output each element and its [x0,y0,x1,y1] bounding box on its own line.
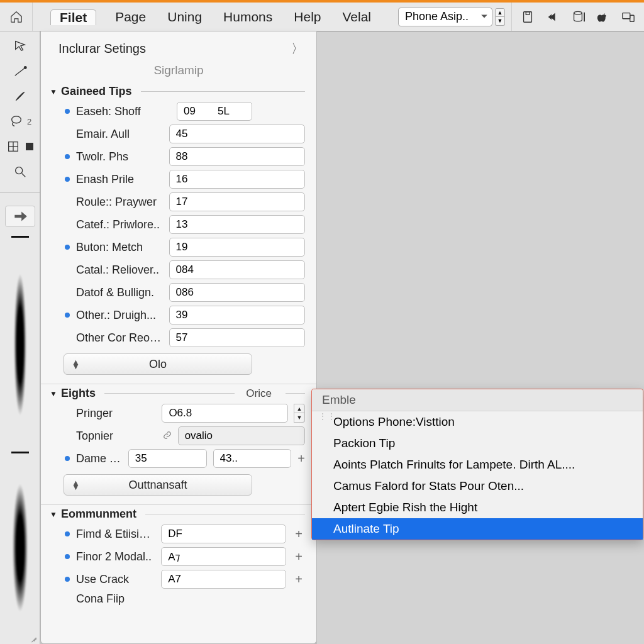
canvas-area[interactable] [317,31,644,644]
value-field[interactable] [169,170,305,189]
submenu-item[interactable]: Camus Falord for Stats Pour Oten... [312,475,643,497]
value-field[interactable] [169,306,305,325]
setting-row: Cona Fiip [50,592,305,606]
pointer-tool[interactable] [12,38,28,54]
submenu-item[interactable]: Aoints Platch Frinults for Lampete. Dirt… [312,454,643,475]
section-gained-tips: ▼ Gaineed Tips Easeh: ShoffEmair. AullTw… [41,82,316,384]
setting-row: Easeh: Shoff [50,102,305,121]
bullet-icon [65,313,70,318]
value-field[interactable] [169,215,305,234]
row-label: Roule:: Praywer [76,196,163,209]
resize-handle-icon[interactable] [30,634,37,641]
bullet-icon [65,154,70,159]
menu-help[interactable]: Help [291,9,323,25]
disclosure-triangle-icon[interactable]: ▼ [50,87,57,96]
row-label: Catal.: Reliover.. [76,264,163,277]
section-eights: ▼ Eights Orice Pringer▲▼TopnierDame Took… [41,384,316,504]
bullet-icon [65,290,70,295]
link-icon[interactable] [163,430,172,443]
device-select[interactable]: Phone Asip.. ▲ ▼ [398,3,505,31]
tool-strip: 2 [0,31,40,644]
value-field[interactable] [162,404,288,423]
row-label: Easeh: Shoff [76,105,170,118]
bullet-icon [65,335,70,340]
top-toolbar: FiletPageUningHumonsHelpVelal Phone Asip… [0,3,644,31]
zoom-tool[interactable] [12,164,28,180]
value-field[interactable] [161,525,286,543]
main-area: 2 Inclurar Setings 〉 Sigrlamip ▼ Gaineed… [0,31,644,644]
value-field[interactable] [178,426,305,445]
svg-rect-1 [526,11,530,14]
value-field[interactable] [169,328,305,347]
setting-row: Emair. Aull [50,125,305,143]
menu-uning[interactable]: Uning [165,9,204,25]
value-field[interactable] [169,238,305,257]
plus-icon[interactable]: + [292,550,305,564]
forward-icon[interactable] [546,10,560,24]
setting-row: Other Cor Reout.... [50,328,305,347]
submenu-item[interactable]: Autlinate Tip [312,518,643,540]
outtnansaft-button[interactable]: ▲▼ Outtnansaft [64,474,252,496]
setting-row: Roule:: Praywer [50,192,305,211]
button-label: Outtnansaft [128,479,187,492]
line-tool[interactable] [12,63,28,79]
bullet-icon [65,597,70,602]
submenu-item[interactable]: Options Phone:Visttion [312,411,643,433]
value-field[interactable] [161,570,286,589]
olo-button[interactable]: ▲▼ Olo [64,353,252,375]
spinner[interactable]: ▲▼ [294,404,305,423]
plus-icon[interactable]: + [297,452,305,466]
bullet-icon [65,199,70,204]
menu-velal[interactable]: Velal [340,9,374,25]
disclosure-triangle-icon[interactable]: ▼ [50,510,57,519]
menu-page[interactable]: Page [113,9,148,25]
swatch-tool[interactable] [24,138,35,155]
menu-filet[interactable]: Filet [50,9,96,25]
value-field[interactable] [213,449,292,468]
page-icon[interactable] [521,10,535,24]
grid-tool[interactable] [5,138,21,155]
value-field[interactable] [169,147,305,166]
toolbar-right-icons [511,3,644,31]
stepper-up-icon[interactable]: ▲ [495,8,505,17]
bullet-icon [65,267,70,272]
devices-icon[interactable] [621,10,635,24]
row-label: Other.: Druigh... [76,309,163,322]
plus-icon[interactable]: + [292,572,305,587]
next-button[interactable] [5,206,35,227]
plus-icon[interactable]: + [292,527,305,541]
value-field[interactable] [169,192,305,211]
home-button[interactable] [0,3,33,31]
row-label: Enash Prile [76,173,163,186]
value-field[interactable] [169,260,305,279]
row-label: Buton: Metch [76,241,163,254]
brush-tool[interactable] [12,88,28,104]
setting-row: Fimd & Etiisigh...+ [50,525,305,543]
svg-rect-3 [623,13,630,18]
tool-badge: 2 [27,117,31,126]
dropdown-header-row[interactable]: Inclurar Setings 〉 [41,31,316,64]
value-field[interactable] [169,283,305,302]
toolbar-left: FiletPageUningHumonsHelpVelal [0,3,374,31]
value-field[interactable] [161,547,286,566]
setting-row: Catef.: Priwlore.. [50,215,305,234]
value-field[interactable] [177,102,252,121]
setting-row: Pringer▲▼ [50,404,305,423]
disclosure-triangle-icon[interactable]: ▼ [50,389,57,398]
stepper-down-icon[interactable]: ▼ [495,17,505,26]
device-select-label: Phone Asip.. [405,10,469,23]
bullet-icon [65,433,70,438]
bullet-icon [65,245,70,250]
device-stepper[interactable]: ▲ ▼ [495,8,505,26]
lasso-tool[interactable] [8,113,25,130]
cylinder-icon[interactable] [571,10,585,24]
bullet-icon [65,131,70,136]
value-field[interactable] [128,449,207,468]
submenu-item[interactable]: Aptert Egbie Rish the Hight [312,497,643,518]
apple-icon[interactable] [596,10,610,24]
menu-humons[interactable]: Humons [221,9,275,25]
bullet-icon [65,222,70,227]
row-label: Other Cor Reout.... [76,331,163,345]
submenu-item[interactable]: Packion Tip [312,433,643,454]
value-field[interactable] [169,125,305,143]
